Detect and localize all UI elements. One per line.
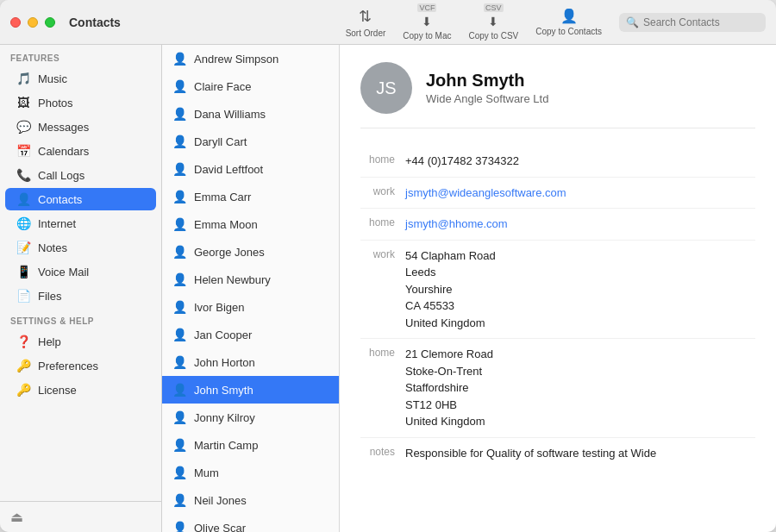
contact-item[interactable]: 👤 Claire Face: [162, 72, 339, 100]
detail-row-address-work: work 54 Clapham Road Leeds Yourshire CA …: [360, 241, 755, 340]
contact-item-selected[interactable]: 👤 John Smyth: [162, 376, 339, 404]
copy-to-contacts-button[interactable]: 👤 Copy to Contacts: [535, 8, 602, 36]
contact-item[interactable]: 👤 George Jones: [162, 238, 339, 266]
contact-item[interactable]: 👤 Daryll Cart: [162, 128, 339, 155]
contact-item[interactable]: 👤 Jonny Kilroy: [162, 404, 339, 431]
contact-item[interactable]: 👤 Emma Moon: [162, 210, 339, 238]
sidebar-item-voice-mail[interactable]: 📱 Voice Mail: [5, 260, 156, 283]
contact-name: Andrew Simpson: [194, 53, 278, 66]
sidebar-item-calendars[interactable]: 📅 Calendars: [5, 140, 156, 162]
sidebar-item-music[interactable]: 🎵 Music: [5, 67, 156, 90]
contact-item[interactable]: 👤 Ivor Bigen: [162, 293, 339, 321]
contact-item[interactable]: 👤 Jan Cooper: [162, 321, 339, 348]
contact-name: Claire Face: [194, 80, 251, 93]
internet-icon: 🌐: [16, 216, 31, 230]
field-label: home: [360, 216, 395, 228]
field-label: work: [360, 185, 395, 197]
contact-full-name: John Smyth: [426, 71, 548, 91]
copy-to-mac-icon: ⬇: [422, 15, 432, 28]
contact-name: George Jones: [194, 246, 265, 259]
contact-company: Wide Angle Software Ltd: [426, 92, 548, 105]
search-input[interactable]: [643, 16, 759, 28]
contact-name: Olive Scar: [194, 522, 246, 533]
contact-item[interactable]: 👤 Olive Scar: [162, 514, 339, 532]
copy-to-csv-button[interactable]: CSV ⬇ Copy to CSV: [468, 3, 518, 41]
license-icon: 🔑: [16, 383, 31, 397]
contact-item[interactable]: 👤 Emma Carr: [162, 183, 339, 210]
sidebar-item-notes[interactable]: 📝 Notes: [5, 236, 156, 259]
contact-item[interactable]: 👤 Dana Williams: [162, 100, 339, 128]
sidebar-item-label: Notes: [38, 241, 67, 254]
field-value: jsmyth@wideanglesoftware.com: [405, 185, 755, 202]
person-icon: 👤: [172, 162, 187, 176]
contact-name: Jan Cooper: [194, 329, 252, 341]
contact-name: Ivor Bigen: [194, 301, 245, 314]
calendars-icon: 📅: [16, 144, 31, 158]
close-button[interactable]: [10, 17, 21, 28]
person-icon: 👤: [172, 272, 187, 286]
contact-item[interactable]: 👤 Martin Camp: [162, 431, 339, 459]
sidebar-item-license[interactable]: 🔑 License: [5, 379, 156, 401]
contact-name: Emma Moon: [194, 218, 258, 231]
sidebar-item-preferences[interactable]: 🔑 Preferences: [5, 354, 156, 377]
minimize-button[interactable]: [28, 17, 38, 28]
call-logs-icon: 📞: [16, 168, 31, 182]
contact-name: David Leftfoot: [194, 163, 263, 176]
field-value: jsmyth@hhome.com: [405, 216, 755, 233]
sort-order-button[interactable]: ⇅ Sort Order: [346, 7, 386, 38]
maximize-button[interactable]: [45, 17, 55, 28]
contact-item[interactable]: 👤 Neil Jones: [162, 486, 339, 514]
contact-item[interactable]: 👤 David Leftfoot: [162, 155, 339, 183]
sidebar-item-label: Calendars: [38, 145, 89, 158]
detail-panel: JS John Smyth Wide Angle Software Ltd ho…: [340, 45, 776, 532]
toolbar: ⇅ Sort Order VCF ⬇ Copy to Mac CSV ⬇ Cop…: [346, 3, 766, 41]
person-icon: 👤: [172, 355, 187, 369]
sidebar-item-contacts[interactable]: 👤 Contacts: [5, 188, 156, 210]
sidebar-item-files[interactable]: 📄 Files: [5, 285, 156, 307]
photos-icon: 🖼: [16, 96, 31, 110]
detail-row-address-home: home 21 Clemore Road Stoke-On-Trent Staf…: [360, 339, 755, 438]
copy-to-csv-label: Copy to CSV: [468, 31, 518, 41]
contact-item[interactable]: 👤 Mum: [162, 459, 339, 486]
sidebar-item-label: Voice Mail: [38, 266, 89, 279]
sidebar-item-label: Messages: [38, 121, 89, 134]
field-value: 54 Clapham Road Leeds Yourshire CA 45533…: [405, 247, 755, 332]
field-label: work: [360, 247, 395, 260]
contact-name: Dana Williams: [194, 108, 266, 121]
detail-row-email-work: work jsmyth@wideanglesoftware.com: [360, 178, 755, 210]
contact-name: Daryll Cart: [194, 135, 247, 148]
avatar-initials: JS: [376, 78, 396, 98]
settings-section-label: Settings & Help: [0, 308, 161, 329]
sidebar-item-photos[interactable]: 🖼 Photos: [5, 91, 156, 114]
sidebar-item-internet[interactable]: 🌐 Internet: [5, 212, 156, 235]
window-title: Contacts: [69, 16, 121, 29]
person-icon: 👤: [172, 466, 187, 479]
contact-name: Martin Camp: [194, 439, 258, 452]
sidebar-item-messages[interactable]: 💬 Messages: [5, 116, 156, 138]
contact-name: John Smyth: [194, 384, 253, 397]
contact-name: John Horton: [194, 356, 255, 369]
person-icon: 👤: [172, 190, 187, 203]
contact-item[interactable]: 👤 Helen Newbury: [162, 266, 339, 293]
sidebar-item-label: Internet: [38, 217, 76, 230]
sort-order-label: Sort Order: [346, 28, 386, 38]
contact-name: Jonny Kilroy: [194, 411, 255, 424]
sidebar-item-call-logs[interactable]: 📞 Call Logs: [5, 164, 156, 186]
eject-icon[interactable]: ⏏: [10, 510, 23, 524]
sidebar-item-label: Preferences: [38, 360, 98, 372]
sidebar-item-help[interactable]: ❓ Help: [5, 330, 156, 353]
copy-to-mac-sublabel: VCF: [417, 3, 436, 12]
search-bar[interactable]: 🔍: [619, 13, 766, 32]
contact-item[interactable]: 👤 Andrew Simpson: [162, 45, 339, 72]
messages-icon: 💬: [16, 120, 31, 134]
contact-header: JS John Smyth Wide Angle Software Ltd: [360, 62, 755, 128]
sidebar-item-label: Photos: [38, 97, 72, 110]
field-value: Responsible for Quality of software test…: [405, 445, 755, 462]
contact-item[interactable]: 👤 John Horton: [162, 348, 339, 376]
copy-to-mac-button[interactable]: VCF ⬇ Copy to Mac: [403, 3, 451, 41]
voice-mail-icon: 📱: [16, 265, 31, 279]
sort-order-icon: ⇅: [359, 7, 372, 26]
contact-avatar: JS: [360, 62, 412, 114]
copy-to-csv-icon: ⬇: [488, 15, 498, 28]
contact-list: 👤 Andrew Simpson 👤 Claire Face 👤 Dana Wi…: [162, 45, 340, 532]
